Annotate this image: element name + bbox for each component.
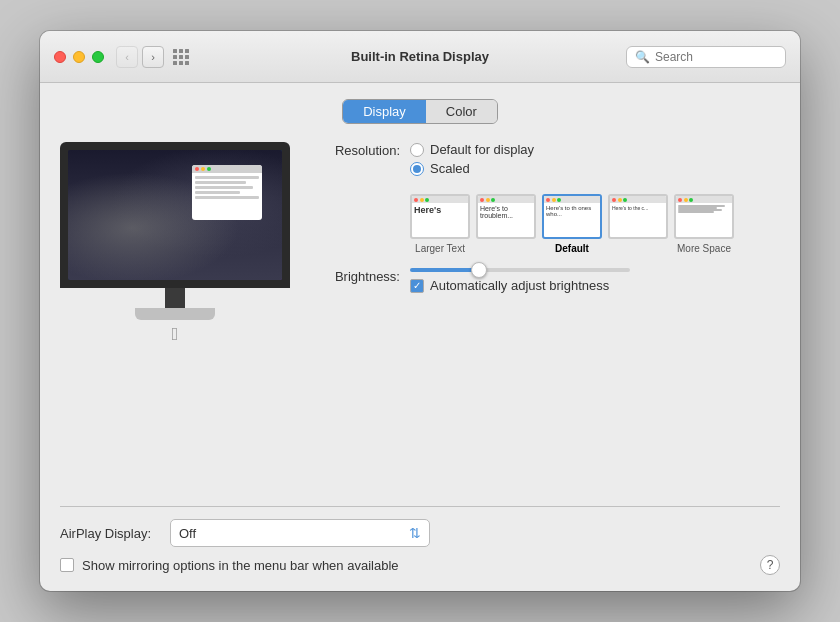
search-icon: 🔍: [635, 50, 650, 64]
monitor-screen: [68, 150, 282, 280]
grid-button[interactable]: [170, 46, 192, 68]
screen-line: [195, 191, 240, 194]
search-bar[interactable]: 🔍: [626, 46, 786, 68]
thumb-dot-g: [557, 198, 561, 202]
monitor-preview: : [60, 142, 290, 506]
monitor-body: [60, 142, 290, 288]
resolution-row: Resolution: Default for display Scaled: [310, 142, 780, 176]
scale-thumb-preview-more: [674, 194, 734, 239]
thumb-dot-g: [491, 198, 495, 202]
airplay-label: AirPlay Display:: [60, 526, 160, 541]
slider-container: [410, 268, 630, 272]
mirror-row: Show mirroring options in the menu bar w…: [60, 555, 780, 575]
radio-scaled-label: Scaled: [430, 161, 470, 176]
back-button[interactable]: ‹: [116, 46, 138, 68]
tab-color[interactable]: Color: [426, 100, 497, 123]
screen-line: [195, 186, 253, 189]
screen-window: [192, 165, 262, 220]
traffic-lights: [54, 51, 104, 63]
thumb-bar: [610, 196, 666, 203]
scale-spacer: [310, 190, 400, 191]
screen-line: [195, 176, 259, 179]
radio-default-btn[interactable]: [410, 143, 424, 157]
thumb-dot-r: [414, 198, 418, 202]
airplay-row: AirPlay Display: Off ⇅: [60, 519, 780, 547]
tabs: Display Color: [60, 99, 780, 124]
thumb-dot-g: [425, 198, 429, 202]
brightness-slider[interactable]: [410, 268, 630, 272]
scale-larger-text[interactable]: Here's Larger Text: [410, 194, 470, 254]
forward-button[interactable]: ›: [142, 46, 164, 68]
bottom-section: AirPlay Display: Off ⇅ Show mirroring op…: [60, 506, 780, 575]
screen-close-dot: [195, 167, 199, 171]
radio-scaled-btn[interactable]: [410, 162, 424, 176]
airplay-select[interactable]: Off ⇅: [170, 519, 430, 547]
thumb-bar: [676, 196, 732, 203]
radio-scaled[interactable]: Scaled: [410, 161, 534, 176]
monitor-stand-base: [135, 308, 215, 320]
thumb-dot-g: [623, 198, 627, 202]
grid-icon: [173, 49, 189, 65]
screen-min-dot: [201, 167, 205, 171]
screen-line: [195, 181, 246, 184]
titlebar: ‹ › Built-in Retina Display 🔍: [40, 31, 800, 83]
scale-thumbnails: Here's Larger Text: [410, 194, 734, 254]
auto-brightness-checkbox[interactable]: ✓: [410, 279, 424, 293]
auto-brightness-label: Automatically adjust brightness: [430, 278, 609, 293]
thumb-bar: [412, 196, 468, 203]
brightness-row: Brightness: ✓ Automatically adjust brigh…: [310, 268, 780, 293]
brightness-label: Brightness:: [310, 268, 400, 284]
radio-default[interactable]: Default for display: [410, 142, 534, 157]
scale-thumb-preview-4: Here's to the c...: [608, 194, 668, 239]
screen-content-lines: [192, 173, 262, 202]
mirror-label: Show mirroring options in the menu bar w…: [82, 558, 399, 573]
mirror-checkbox[interactable]: [60, 558, 74, 572]
radio-default-label: Default for display: [430, 142, 534, 157]
thumb-bar: [478, 196, 534, 203]
scale-label-more: More Space: [677, 243, 731, 254]
minimize-button[interactable]: [73, 51, 85, 63]
thumb-dot-y: [618, 198, 622, 202]
scale-label-default: Default: [555, 243, 589, 254]
thumb-dot-r: [678, 198, 682, 202]
airplay-value: Off: [179, 526, 196, 541]
maximize-button[interactable]: [92, 51, 104, 63]
scale-thumb-preview-2: Here's to troublem...: [476, 194, 536, 239]
search-input[interactable]: [655, 50, 777, 64]
thumb-dot-y: [684, 198, 688, 202]
thumb-bar: [544, 196, 600, 203]
window-title: Built-in Retina Display: [351, 49, 489, 64]
radio-scaled-inner: [413, 165, 421, 173]
screen-max-dot: [207, 167, 211, 171]
screen-line: [195, 196, 259, 199]
scale-thumb-preview-default: Here's to th ones who...: [542, 194, 602, 239]
thumb-dot-r: [612, 198, 616, 202]
scale-text4[interactable]: Here's to the c...: [608, 194, 668, 254]
scale-default[interactable]: Here's to th ones who... Default: [542, 194, 602, 254]
thumb-dot-g: [689, 198, 693, 202]
apple-logo: : [60, 324, 290, 345]
scale-row: Here's Larger Text: [310, 190, 780, 254]
brightness-controls: ✓ Automatically adjust brightness: [410, 268, 630, 293]
thumb-dot-r: [480, 198, 484, 202]
scale-label-larger: Larger Text: [415, 243, 465, 254]
main-area:  Resolution: Default for display: [60, 142, 780, 506]
nav-buttons: ‹ ›: [116, 46, 164, 68]
tab-group: Display Color: [342, 99, 498, 124]
thumb-dot-r: [546, 198, 550, 202]
monitor-stand-top: [165, 288, 185, 308]
checkmark-icon: ✓: [413, 280, 421, 291]
resolution-options: Default for display Scaled: [410, 142, 534, 176]
thumb-dot-y: [552, 198, 556, 202]
main-window: ‹ › Built-in Retina Display 🔍 Display Co…: [40, 31, 800, 591]
scale-more-space[interactable]: More Space: [674, 194, 734, 254]
auto-brightness-row: ✓ Automatically adjust brightness: [410, 278, 630, 293]
screen-window-bar: [192, 165, 262, 173]
thumb-dot-y: [486, 198, 490, 202]
help-button[interactable]: ?: [760, 555, 780, 575]
close-button[interactable]: [54, 51, 66, 63]
scale-thumb-preview-larger: Here's: [410, 194, 470, 239]
scale-text2[interactable]: Here's to troublem...: [476, 194, 536, 254]
resolution-label: Resolution:: [310, 142, 400, 158]
tab-display[interactable]: Display: [343, 100, 426, 123]
